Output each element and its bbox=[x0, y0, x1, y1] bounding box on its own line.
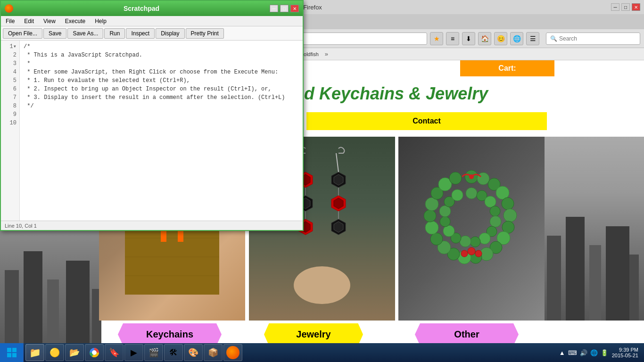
scratchpad-titlebar: Scratchpad ─ □ ✕ bbox=[1, 1, 303, 16]
svg-rect-87 bbox=[12, 348, 17, 352]
globe-btn[interactable]: 🌐 bbox=[510, 32, 523, 45]
svg-point-82 bbox=[468, 247, 475, 255]
menu-view[interactable]: View bbox=[41, 17, 58, 25]
svg-point-84 bbox=[461, 250, 468, 257]
scratchpad-toolbar: Open File... Save Save As... Run Inspect… bbox=[1, 26, 303, 41]
contact-bar[interactable]: Contact bbox=[306, 112, 547, 130]
taskbar-chrome[interactable] bbox=[85, 344, 104, 361]
homep-btn[interactable]: 🏠 bbox=[478, 32, 491, 45]
volume-icon[interactable]: 🔊 bbox=[580, 349, 587, 356]
taskbar: 📁 🟡 📂 🔖 ▶ bbox=[0, 343, 644, 362]
pretty-print-btn[interactable]: Pretty Print bbox=[186, 28, 224, 39]
battery-icon[interactable]: 🔋 bbox=[601, 349, 608, 356]
taskbar-firefox[interactable] bbox=[223, 344, 242, 361]
taskbar-video[interactable]: 🎬 bbox=[144, 344, 163, 361]
other-label[interactable]: Other bbox=[415, 323, 519, 346]
menu-btn[interactable]: ☰ bbox=[526, 32, 539, 45]
taskbar-apps: 📁 🟡 📂 🔖 ▶ bbox=[24, 344, 553, 361]
scratchpad-window: Scratchpad ─ □ ✕ File Edit View Execute bbox=[0, 0, 304, 231]
svg-point-69 bbox=[485, 196, 496, 207]
display-btn[interactable]: Display bbox=[156, 28, 184, 39]
svg-point-77 bbox=[443, 225, 454, 237]
other-image bbox=[410, 167, 533, 290]
up-arrow-icon[interactable]: ▲ bbox=[559, 349, 565, 356]
reader-btn[interactable]: ≡ bbox=[446, 32, 459, 45]
svg-line-29 bbox=[336, 153, 339, 172]
scratchpad-icon bbox=[5, 4, 13, 13]
svg-point-79 bbox=[439, 206, 451, 217]
taskbar-app-2[interactable]: 🟡 bbox=[45, 344, 64, 361]
start-button[interactable] bbox=[0, 343, 24, 362]
scratchpad-minimize-btn[interactable]: ─ bbox=[270, 5, 278, 12]
svg-point-66 bbox=[449, 172, 462, 184]
menu-edit[interactable]: Edit bbox=[22, 17, 36, 25]
svg-point-73 bbox=[479, 233, 490, 244]
download-btn[interactable]: ⬇ bbox=[462, 32, 475, 45]
search-input[interactable] bbox=[559, 35, 625, 42]
taskbar-system-tray: ▲ ⌨ 🔊 🌐 🔋 9:39 PM 2015-05-21 bbox=[553, 347, 644, 358]
keyboard-icon: ⌨ bbox=[568, 349, 577, 356]
browser-maximize-btn[interactable]: □ bbox=[621, 3, 630, 11]
svg-rect-86 bbox=[7, 348, 11, 352]
scratchpad-maximize-btn[interactable]: □ bbox=[280, 5, 289, 12]
svg-rect-88 bbox=[7, 353, 11, 357]
code-editor[interactable]: /* * This is a JavaScript Scratchpad. * … bbox=[20, 41, 303, 221]
taskbar-package[interactable]: 📦 bbox=[204, 344, 223, 361]
taskbar-app-3[interactable]: 📂 bbox=[65, 344, 84, 361]
open-file-btn[interactable]: Open File... bbox=[3, 28, 42, 39]
svg-point-81 bbox=[452, 189, 463, 201]
menu-help[interactable]: Help bbox=[93, 17, 108, 25]
menu-execute[interactable]: Execute bbox=[63, 17, 87, 25]
clock-date: 2015-05-21 bbox=[612, 353, 638, 358]
svg-point-50 bbox=[502, 197, 514, 210]
taskbar-tools[interactable]: 🛠 bbox=[164, 344, 183, 361]
site-title: d Keychains & Jewelry bbox=[304, 84, 488, 104]
svg-point-61 bbox=[425, 221, 438, 234]
svg-point-70 bbox=[490, 206, 500, 216]
taskbar-media-player[interactable]: ▶ bbox=[124, 344, 143, 361]
bookmarks-more-btn[interactable]: » bbox=[325, 50, 328, 58]
jewelry-label[interactable]: Jewelry bbox=[264, 323, 363, 346]
svg-point-74 bbox=[470, 237, 480, 247]
scratchpad-statusbar: Line 10, Col 1 bbox=[1, 221, 303, 230]
taskbar-paint[interactable]: 🎨 bbox=[184, 344, 203, 361]
scratchpad-close-btn[interactable]: ✕ bbox=[290, 5, 299, 12]
scratchpad-editor: 1▾ 2 3 4 5 6 7 8 9 10 /* * This is a Jav… bbox=[1, 41, 303, 221]
browser-minimize-btn[interactable]: ─ bbox=[611, 3, 619, 11]
svg-rect-26 bbox=[178, 230, 183, 242]
bookmark-star-btn[interactable]: ★ bbox=[430, 32, 443, 45]
keychains-label[interactable]: Keychains bbox=[118, 323, 222, 346]
menu-file[interactable]: File bbox=[4, 17, 17, 25]
run-btn[interactable]: Run bbox=[104, 28, 125, 39]
search-box[interactable]: 🔍 bbox=[546, 33, 640, 45]
taskbar-file-explorer[interactable]: 📁 bbox=[25, 344, 44, 361]
save-btn[interactable]: Save bbox=[43, 28, 66, 39]
svg-point-62 bbox=[424, 210, 436, 222]
browser-close-btn[interactable]: ✕ bbox=[632, 3, 640, 11]
save-as-btn[interactable]: Save As... bbox=[67, 28, 103, 39]
svg-point-83 bbox=[475, 250, 482, 257]
cart-label: Cart: bbox=[498, 64, 516, 72]
chrome-icon bbox=[89, 347, 100, 358]
svg-point-71 bbox=[490, 216, 501, 227]
status-text: Line 10, Col 1 bbox=[5, 223, 37, 229]
svg-point-47 bbox=[477, 173, 489, 185]
system-clock[interactable]: 9:39 PM 2015-05-21 bbox=[612, 347, 638, 358]
svg-point-60 bbox=[430, 233, 443, 245]
cart-bar[interactable]: Cart: bbox=[460, 60, 554, 76]
city-right-bg bbox=[545, 137, 644, 321]
network-icon[interactable]: 🌐 bbox=[590, 349, 598, 356]
taskbar-app-5[interactable]: 🔖 bbox=[105, 344, 124, 361]
windows-logo-icon bbox=[6, 347, 17, 358]
svg-rect-25 bbox=[161, 230, 166, 242]
other-product-area bbox=[398, 137, 545, 321]
firefox-taskbar-icon bbox=[226, 346, 239, 359]
profile-btn[interactable]: 😊 bbox=[494, 32, 507, 45]
inspect-btn[interactable]: Inspect bbox=[126, 28, 155, 39]
svg-line-28 bbox=[305, 153, 308, 172]
svg-point-51 bbox=[504, 209, 517, 222]
scratchpad-menubar: File Edit View Execute Help bbox=[1, 16, 303, 26]
svg-point-78 bbox=[440, 216, 450, 227]
line-numbers: 1▾ 2 3 4 5 6 7 8 9 10 bbox=[1, 41, 20, 221]
svg-point-75 bbox=[460, 236, 471, 247]
